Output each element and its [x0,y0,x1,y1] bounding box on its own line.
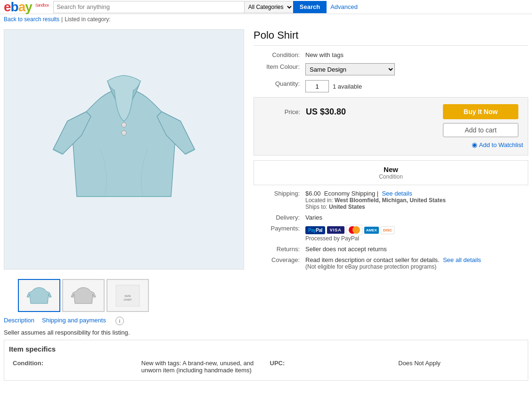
search-button[interactable]: Search [293,1,327,13]
svg-point-0 [122,123,126,127]
search-input[interactable] [53,1,244,13]
coverage-link[interactable]: See all details [443,256,481,263]
specifics-row: Condition: New with tags: A brand-new, u… [9,358,523,376]
condition-status: New [259,165,523,173]
buy-box: Price: US $30.80 Buy It Now Add to cart … [254,97,528,156]
spec-upc-value: Does Not Apply [394,358,523,376]
price-value: US $30.80 [306,107,443,117]
colour-label: Item Colour: [254,63,305,70]
description-tab[interactable]: Description [4,317,34,325]
item-specifics-section: Item specifics Condition: New with tags:… [4,340,528,381]
delivery-row: Delivery: Varies [254,214,528,221]
breadcrumb-separator: | [61,16,63,23]
product-title: Polo Shirt [254,29,528,46]
quantity-container: 1 1 available [305,80,528,92]
add-watchlist-link[interactable]: ◉ Add to Watchlist [472,141,523,148]
colour-select-container: Same Design [305,63,528,75]
back-to-search-link[interactable]: Back to search results [4,16,59,23]
payment-icons: PayPal VISA AMEX DISC [305,225,528,235]
advanced-link[interactable]: Advanced [330,3,358,10]
bottom-section: Description Shipping and payments i Sell… [0,317,532,381]
paypal-icon: PayPal [305,226,325,234]
svg-text:CHART: CHART [123,298,131,301]
price-row: Price: US $30.80 Buy It Now [254,102,528,121]
visa-icon: VISA [327,226,344,234]
coverage-row: Coverage: Read item description or conta… [254,256,528,270]
info-icon[interactable]: i [115,317,124,325]
colour-row: Item Colour: Same Design [254,63,528,75]
shipping-see-details-link[interactable]: See details [382,190,412,197]
spec-condition-label: Condition: [9,358,138,376]
condition-value: New with tags [305,51,528,58]
condition-word: Condition [259,173,523,180]
main-image[interactable] [4,29,244,270]
category-select[interactable]: All Categories [244,1,293,13]
coverage-label: Coverage: [254,256,305,263]
seller-disclaimer: Seller assumes all responsibility for th… [4,329,528,336]
condition-label: Condition: [254,51,305,58]
product-image-section: SIZE CHART [4,29,244,312]
buy-now-button[interactable]: Buy It Now [443,104,518,119]
shipping-cost: $6.00 [305,190,321,197]
returns-row: Returns: Seller does not accept returns [254,246,528,253]
quantity-label: Quantity: [254,80,305,87]
svg-point-1 [122,131,126,135]
tabs: Description Shipping and payments i [4,317,528,325]
coverage-value: Read item description or contact seller … [305,256,528,270]
shipping-row: Shipping: $6.00 Economy Shipping | See d… [254,190,528,210]
header: ebay Sandbox All Categories Search Advan… [0,0,532,14]
product-details: Polo Shirt Condition: New with tags Item… [254,29,528,312]
spec-upc-label: UPC: [266,358,395,376]
discover-icon: DISC [381,226,394,234]
mastercard-icon [346,225,362,235]
located-in: Located in: West Bloomfield, Michigan, U… [305,197,528,204]
coverage-text: Read item description or contact seller … [305,256,440,263]
shipping-tab[interactable]: Shipping and payments [42,317,106,325]
shipping-service: Economy Shipping [324,190,375,197]
spec-condition-value: New with tags: A brand-new, unused, and … [138,358,266,376]
add-to-cart-button[interactable]: Add to cart [443,123,518,137]
condition-box: New Condition [254,160,528,185]
quantity-row: Quantity: 1 1 available [254,80,528,92]
processed-by: Processed by PayPal [305,235,528,242]
delivery-label: Delivery: [254,214,305,221]
thumbnails: SIZE CHART [4,279,244,312]
add-to-cart-row: Add to cart [254,121,528,139]
amex-icon: AMEX [364,227,379,234]
watchlist-text: Add to Watchlist [479,141,523,148]
delivery-value: Varies [305,214,528,221]
returns-label: Returns: [254,246,305,253]
watchlist-row: ◉ Add to Watchlist [254,139,528,150]
thumbnail-1[interactable] [18,279,60,312]
payments-value: PayPal VISA AMEX DISC Processed by PayPa… [305,225,528,242]
colour-select[interactable]: Same Design [305,63,395,75]
main-content: SIZE CHART Polo Shirt Condition: New wit… [0,25,532,317]
ships-to: Ships to: United States [305,204,528,210]
shipping-label: Shipping: [254,190,305,197]
payments-label: Payments: [254,225,305,232]
coverage-sub: (Not eligible for eBay purchase protecti… [305,263,528,270]
watchlist-icon: ◉ [472,141,477,148]
available-text: 1 available [333,83,362,90]
item-specifics-title: Item specifics [9,345,523,353]
shipping-value: $6.00 Economy Shipping | See details Loc… [305,190,528,210]
search-bar: All Categories Search [53,1,327,13]
payments-row: Payments: PayPal VISA AMEX DISC Processe… [254,225,528,242]
quantity-input[interactable]: 1 [305,80,329,92]
ebay-logo[interactable]: ebay Sandbox [4,0,49,14]
price-label: Price: [254,108,306,115]
polo-shirt-svg [39,55,209,244]
returns-value: Seller does not accept returns [305,246,528,253]
svg-text:SIZE: SIZE [124,295,131,297]
thumbnail-2[interactable] [62,279,105,312]
specifics-table: Condition: New with tags: A brand-new, u… [9,358,523,376]
condition-row: Condition: New with tags [254,51,528,58]
breadcrumb: Back to search results | Listed in categ… [0,14,532,25]
thumbnail-3[interactable]: SIZE CHART [106,279,149,312]
listed-in-text: Listed in category: [65,16,110,23]
